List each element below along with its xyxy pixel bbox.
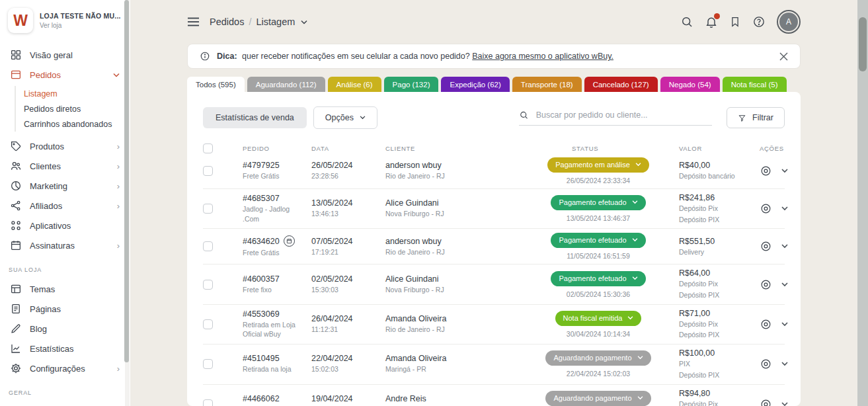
order-id[interactable]: #4466062 (243, 394, 280, 403)
close-icon[interactable] (779, 52, 788, 61)
search-input[interactable] (535, 110, 712, 120)
select-all-checkbox[interactable] (203, 143, 213, 153)
status-badge[interactable]: Pagamento em análise (547, 157, 649, 173)
sidebar-item-produtos[interactable]: Produtos › (0, 136, 130, 156)
expand-row-icon[interactable] (781, 282, 788, 287)
sidebar-item-marketing[interactable]: Marketing › (0, 176, 130, 196)
row-checkbox[interactable] (203, 280, 213, 290)
tab-analise[interactable]: Análise (6) (328, 77, 381, 92)
status-badge[interactable]: Pagamento efetuado (551, 233, 645, 248)
sidebar-item-afiliados[interactable]: Afiliados › (0, 196, 130, 216)
sidebar-item-label: Produtos (30, 142, 64, 151)
status-badge[interactable]: Pagamento efetuado (551, 271, 645, 286)
tab-expedicao[interactable]: Expedição (62) (441, 77, 509, 92)
expand-row-icon[interactable] (781, 322, 788, 327)
tab-aguardando[interactable]: Aguardando (112) (247, 77, 325, 92)
sidebar-item-label: Estatísticas (30, 344, 73, 354)
tab-todos[interactable]: Todos (595) (187, 77, 245, 92)
sidebar-item-pedidos-diretos[interactable]: Pedidos diretos (16, 101, 130, 116)
expand-row-icon[interactable] (781, 169, 788, 173)
options-button[interactable]: Opções (313, 106, 377, 129)
order-id[interactable]: #4600357 (243, 274, 280, 284)
tab-nota-fiscal[interactable]: Nota fiscal (5) (723, 77, 787, 92)
expand-row-icon[interactable] (781, 206, 788, 211)
sidebar-item-clientes[interactable]: Clientes › (0, 156, 130, 176)
page-scrollbar[interactable] (857, 0, 868, 406)
expand-row-icon[interactable] (781, 402, 788, 406)
order-shipping: Frete fixo (243, 285, 307, 295)
tip-banner: Dica: quer receber notificações em seu c… (187, 44, 801, 69)
tab-transporte[interactable]: Transporte (18) (512, 77, 582, 92)
order-date: 07/05/2024 (311, 237, 385, 246)
scheduled-calendar-icon[interactable] (284, 235, 295, 247)
order-id[interactable]: #4797925 (243, 161, 280, 170)
search-icon[interactable] (680, 15, 693, 28)
status-badge[interactable]: Nota fiscal emitida (555, 311, 642, 326)
sidebar-item-assinaturas[interactable]: Assinaturas › (0, 235, 130, 255)
page-scrollbar-thumb[interactable] (859, 17, 867, 71)
status-badge[interactable]: Pagamento efetuado (551, 195, 645, 210)
view-order-icon[interactable] (760, 165, 772, 177)
orders-card: Estatísticas de venda Opções Filtrar PED… (187, 92, 801, 406)
view-store-link[interactable]: Ver loja (40, 22, 121, 29)
orders-list-page: W LOJA TESTE NÃO MU... Ver loja Visão ge… (0, 0, 868, 406)
store-header[interactable]: W LOJA TESTE NÃO MU... Ver loja (0, 0, 130, 38)
row-checkbox[interactable] (203, 204, 213, 214)
sidebar-item-aplicativos[interactable]: Aplicativos (0, 216, 130, 235)
payment-method: Depósito PIX (679, 370, 760, 380)
sidebar-item-plataforma[interactable]: Plataforma › (0, 402, 130, 406)
row-checkbox[interactable] (203, 319, 213, 329)
sales-stats-button[interactable]: Estatísticas de venda (203, 107, 307, 128)
sidebar-item-pedidos[interactable]: Pedidos (0, 65, 130, 85)
view-order-icon[interactable] (760, 278, 772, 291)
row-checkbox[interactable] (203, 399, 213, 406)
section-label-geral: GERAL (0, 378, 130, 402)
bookmark-icon[interactable] (729, 15, 741, 28)
view-order-icon[interactable] (760, 202, 772, 215)
tab-cancelado[interactable]: Cancelado (127) (584, 77, 658, 92)
status-date: 13/05/2024 13:46:37 (539, 214, 658, 222)
status-badge[interactable]: Aguardando pagamento (545, 350, 651, 366)
sidebar-item-blog[interactable]: Blog (0, 319, 130, 339)
chevron-down-icon[interactable] (301, 20, 307, 24)
row-checkbox[interactable] (203, 166, 213, 176)
view-order-icon[interactable] (760, 398, 772, 406)
button-label: Filtrar (752, 113, 773, 122)
expand-row-icon[interactable] (781, 244, 788, 249)
hamburger-menu-icon[interactable] (187, 17, 200, 26)
sidebar-item-paginas[interactable]: Páginas (0, 299, 130, 319)
table-header: PEDIDO DATA CLIENTE STATUS VALOR AÇÕES (203, 143, 785, 153)
status-badge[interactable]: Aguardando pagamento (545, 391, 651, 406)
notifications-bell-icon[interactable] (705, 15, 718, 28)
tab-pago[interactable]: Pago (132) (384, 77, 439, 92)
sidebar-scrollbar[interactable] (125, 0, 130, 406)
expand-row-icon[interactable] (781, 362, 788, 366)
payment-method: Depósito Pix (679, 204, 760, 214)
row-checkbox[interactable] (203, 359, 213, 369)
tab-negado[interactable]: Negado (54) (660, 77, 720, 92)
sidebar-item-listagem[interactable]: Listagem (16, 86, 130, 101)
sidebar-scrollbar-thumb[interactable] (124, 0, 129, 362)
order-id[interactable]: #4510495 (243, 354, 280, 363)
sidebar-item-configuracoes[interactable]: Configurações › (0, 358, 130, 378)
view-order-icon[interactable] (760, 318, 772, 331)
order-id[interactable]: #4634620 (243, 237, 280, 246)
sidebar-item-carrinhos-abandonados[interactable]: Carrinhos abandonados (16, 116, 130, 132)
order-id[interactable]: #4685307 (243, 194, 280, 203)
breadcrumb-parent[interactable]: Pedidos (210, 17, 244, 27)
view-order-icon[interactable] (760, 240, 772, 253)
sidebar-item-visao-geral[interactable]: Visão geral (0, 45, 130, 65)
view-order-icon[interactable] (760, 358, 772, 370)
help-icon[interactable] (752, 15, 766, 28)
sidebar-item-temas[interactable]: Temas (0, 279, 130, 299)
filter-button[interactable]: Filtrar (727, 107, 785, 128)
sidebar: W LOJA TESTE NÃO MU... Ver loja Visão ge… (0, 0, 130, 406)
chevron-down-icon (632, 238, 638, 242)
user-avatar[interactable]: A (777, 10, 801, 34)
breadcrumb-current[interactable]: Listagem (256, 17, 295, 27)
row-checkbox[interactable] (203, 241, 213, 251)
banner-app-link[interactable]: Baixe agora mesmo o aplicativo wBuy. (472, 52, 613, 61)
chevron-down-icon (360, 116, 366, 120)
order-id[interactable]: #4553069 (243, 309, 280, 319)
sidebar-item-estatisticas[interactable]: Estatísticas (0, 339, 130, 358)
